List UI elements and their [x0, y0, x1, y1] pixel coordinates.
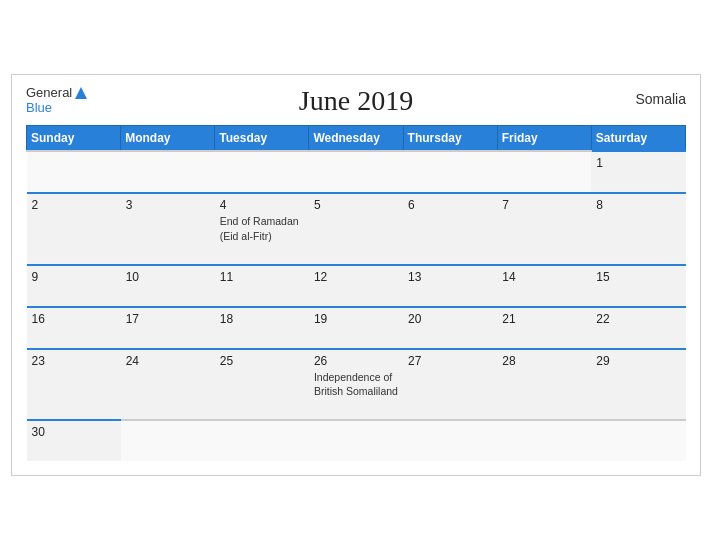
day-number: 16	[32, 312, 116, 326]
day-cell: 4End of Ramadan(Eid al-Fitr)	[215, 193, 309, 264]
day-cell	[309, 420, 403, 461]
country-label: Somalia	[635, 91, 686, 107]
col-wednesday: Wednesday	[309, 126, 403, 152]
day-number: 24	[126, 354, 210, 368]
day-number: 30	[32, 425, 116, 439]
day-cell	[403, 420, 497, 461]
day-cell: 30	[27, 420, 121, 461]
day-cell: 27	[403, 349, 497, 420]
day-cell: 7	[497, 193, 591, 264]
week-row-4: 23242526Independence ofBritish Somalilan…	[27, 349, 686, 420]
day-number: 29	[596, 354, 680, 368]
header-row: Sunday Monday Tuesday Wednesday Thursday…	[27, 126, 686, 152]
day-number: 17	[126, 312, 210, 326]
day-number: 10	[126, 270, 210, 284]
day-cell: 25	[215, 349, 309, 420]
day-cell	[215, 420, 309, 461]
day-number: 27	[408, 354, 492, 368]
col-saturday: Saturday	[591, 126, 685, 152]
day-cell: 14	[497, 265, 591, 307]
day-cell: 21	[497, 307, 591, 349]
day-cell: 28	[497, 349, 591, 420]
logo-icon	[73, 85, 89, 101]
day-cell: 18	[215, 307, 309, 349]
col-friday: Friday	[497, 126, 591, 152]
day-cell: 12	[309, 265, 403, 307]
day-cell	[121, 420, 215, 461]
day-cell: 10	[121, 265, 215, 307]
day-number: 14	[502, 270, 586, 284]
col-tuesday: Tuesday	[215, 126, 309, 152]
calendar-container: General Blue June 2019 Somalia Sunday Mo…	[11, 74, 701, 476]
logo-blue-text: Blue	[26, 101, 89, 115]
day-number: 18	[220, 312, 304, 326]
day-cell: 2	[27, 193, 121, 264]
day-number: 20	[408, 312, 492, 326]
day-cell	[215, 151, 309, 193]
day-number: 11	[220, 270, 304, 284]
day-cell: 29	[591, 349, 685, 420]
day-cell: 13	[403, 265, 497, 307]
day-cell: 15	[591, 265, 685, 307]
day-number: 26	[314, 354, 398, 368]
day-number: 7	[502, 198, 586, 212]
calendar-table: Sunday Monday Tuesday Wednesday Thursday…	[26, 125, 686, 461]
week-row-5: 30	[27, 420, 686, 461]
day-cell: 22	[591, 307, 685, 349]
day-number: 4	[220, 198, 304, 212]
day-number: 22	[596, 312, 680, 326]
col-sunday: Sunday	[27, 126, 121, 152]
day-number: 23	[32, 354, 116, 368]
day-cell: 16	[27, 307, 121, 349]
day-number: 8	[596, 198, 680, 212]
day-cell: 8	[591, 193, 685, 264]
calendar-header: General Blue June 2019 Somalia	[26, 85, 686, 117]
svg-marker-0	[75, 87, 87, 99]
day-number: 28	[502, 354, 586, 368]
week-row-3: 16171819202122	[27, 307, 686, 349]
day-cell	[309, 151, 403, 193]
day-number: 3	[126, 198, 210, 212]
day-number: 5	[314, 198, 398, 212]
day-cell: 17	[121, 307, 215, 349]
day-cell	[591, 420, 685, 461]
calendar-title: June 2019	[299, 85, 413, 117]
logo: General Blue	[26, 85, 89, 115]
day-number: 25	[220, 354, 304, 368]
day-cell: 5	[309, 193, 403, 264]
event-text: End of Ramadan(Eid al-Fitr)	[220, 215, 299, 242]
col-thursday: Thursday	[403, 126, 497, 152]
day-number: 21	[502, 312, 586, 326]
day-cell	[121, 151, 215, 193]
day-cell	[403, 151, 497, 193]
day-number: 12	[314, 270, 398, 284]
day-cell	[27, 151, 121, 193]
day-number: 15	[596, 270, 680, 284]
day-number: 6	[408, 198, 492, 212]
day-cell: 24	[121, 349, 215, 420]
day-cell: 6	[403, 193, 497, 264]
day-cell	[497, 420, 591, 461]
day-cell: 1	[591, 151, 685, 193]
week-row-0: 1	[27, 151, 686, 193]
logo-general-text: General	[26, 86, 72, 100]
day-number: 2	[32, 198, 116, 212]
day-number: 13	[408, 270, 492, 284]
day-number: 9	[32, 270, 116, 284]
day-cell	[497, 151, 591, 193]
day-cell: 23	[27, 349, 121, 420]
day-cell: 19	[309, 307, 403, 349]
day-number: 1	[596, 156, 680, 170]
col-monday: Monday	[121, 126, 215, 152]
day-cell: 20	[403, 307, 497, 349]
event-text: Independence ofBritish Somaliland	[314, 371, 398, 398]
day-number: 19	[314, 312, 398, 326]
day-cell: 3	[121, 193, 215, 264]
week-row-1: 234End of Ramadan(Eid al-Fitr)5678	[27, 193, 686, 264]
day-cell: 9	[27, 265, 121, 307]
day-cell: 11	[215, 265, 309, 307]
day-cell: 26Independence ofBritish Somaliland	[309, 349, 403, 420]
week-row-2: 9101112131415	[27, 265, 686, 307]
